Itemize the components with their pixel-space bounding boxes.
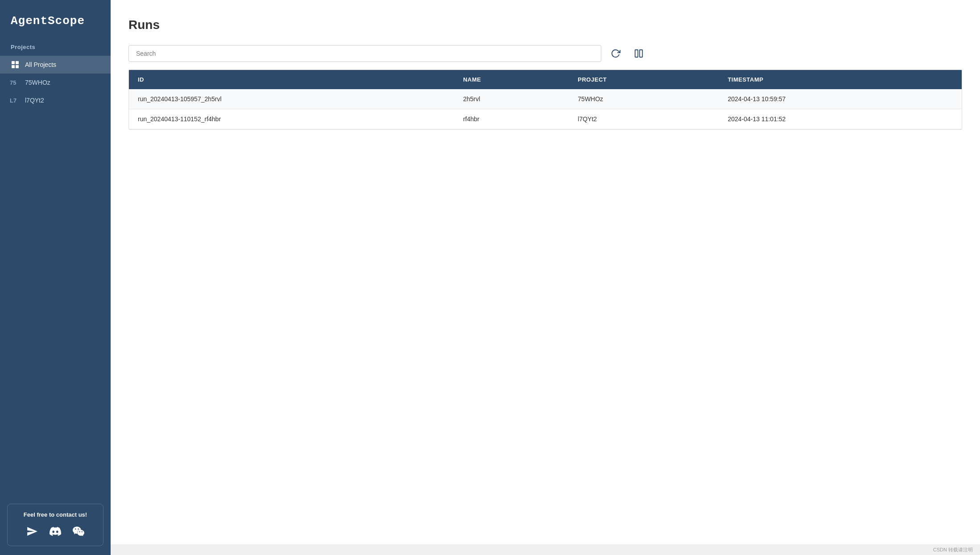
cell-timestamp: 2024-04-13 11:01:52 — [719, 109, 962, 129]
col-header-project: PROJECT — [569, 70, 719, 89]
svg-rect-1 — [640, 50, 642, 58]
project-num-icon: 75 — [11, 78, 20, 87]
columns-button[interactable] — [630, 45, 648, 62]
cell-name: 2h5rvl — [454, 89, 569, 109]
sidebar-item-label: All Projects — [25, 61, 56, 68]
table-row[interactable]: run_20240413-110152_rf4hbrrf4hbrl7QYt220… — [129, 109, 962, 129]
cell-project: l7QYt2 — [569, 109, 719, 129]
runs-table-wrapper: ID NAME PROJECT TIMESTAMP run_20240413-1… — [128, 70, 962, 130]
svg-rect-0 — [635, 50, 638, 58]
sidebar-item-l7qyt2[interactable]: L7 l7QYt2 — [0, 91, 111, 109]
project-num-icon-2: L7 — [11, 96, 20, 105]
sidebar-item-all-projects[interactable]: All Projects — [0, 56, 111, 74]
refresh-icon — [611, 49, 620, 58]
columns-icon — [634, 49, 644, 58]
col-header-id: ID — [129, 70, 454, 89]
bottom-bar: CSDN 转载请注明 — [111, 544, 980, 555]
sidebar-item-label: 75WHOz — [25, 79, 50, 86]
search-input[interactable] — [128, 45, 601, 62]
cell-project: 75WHOz — [569, 89, 719, 109]
refresh-button[interactable] — [607, 45, 624, 62]
runs-table: ID NAME PROJECT TIMESTAMP run_20240413-1… — [129, 70, 962, 129]
page-title: Runs — [128, 18, 962, 32]
main-content: Runs ID — [111, 0, 980, 544]
toolbar — [128, 45, 962, 62]
grid-icon — [11, 60, 20, 69]
cell-id: run_20240413-110152_rf4hbr — [129, 109, 454, 129]
app-logo: AgentScope — [0, 0, 111, 40]
sidebar: AgentScope Projects All Projects 75 75WH… — [0, 0, 111, 555]
sidebar-section-label: Projects — [0, 40, 111, 56]
table-body: run_20240413-105957_2h5rvl2h5rvl75WHOz20… — [129, 89, 962, 129]
table-row[interactable]: run_20240413-105957_2h5rvl2h5rvl75WHOz20… — [129, 89, 962, 109]
watermark: CSDN 转载请注明 — [933, 547, 973, 553]
contact-card: Feel free to contact us! — [7, 504, 103, 546]
sidebar-footer: Feel free to contact us! — [0, 495, 111, 555]
contact-icons — [15, 524, 96, 539]
main-content-area: Runs ID — [111, 0, 980, 555]
sidebar-item-label: l7QYt2 — [25, 97, 44, 104]
cell-id: run_20240413-105957_2h5rvl — [129, 89, 454, 109]
sidebar-nav: All Projects 75 75WHOz L7 l7QYt2 — [0, 56, 111, 495]
discord-contact-icon[interactable] — [48, 524, 62, 539]
col-header-timestamp: TIMESTAMP — [719, 70, 962, 89]
contact-title: Feel free to contact us! — [15, 511, 96, 518]
wechat-contact-icon[interactable] — [71, 524, 86, 539]
cell-name: rf4hbr — [454, 109, 569, 129]
cell-timestamp: 2024-04-13 10:59:57 — [719, 89, 962, 109]
table-header: ID NAME PROJECT TIMESTAMP — [129, 70, 962, 89]
sidebar-item-75whOz[interactable]: 75 75WHOz — [0, 74, 111, 91]
twitter-contact-icon[interactable] — [25, 524, 39, 539]
col-header-name: NAME — [454, 70, 569, 89]
